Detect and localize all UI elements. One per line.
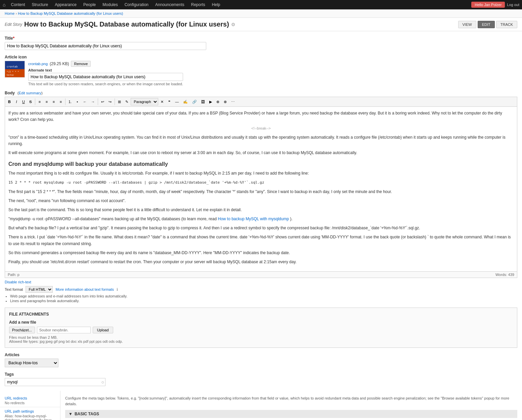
toolbar-strikethrough[interactable]: S <box>27 98 34 105</box>
toolbar-outdent[interactable]: ← <box>81 98 89 105</box>
body-para-9: But what's the backup file? I put a vert… <box>8 225 514 231</box>
body-para-10: There is a trick. I put `date '+%m-%d-%Y… <box>8 234 514 247</box>
toolbar-more[interactable]: ⋯ <box>229 98 237 105</box>
nav-announcements[interactable]: Announcements <box>152 0 188 9</box>
toolbar-align-left[interactable]: ≡ <box>36 98 43 105</box>
nav-configuration[interactable]: Configuration <box>121 0 152 9</box>
edit-button[interactable]: EDIT <box>478 21 495 28</box>
tags-clear-button[interactable]: ○ <box>101 379 104 385</box>
toolbar-italic[interactable]: I <box>13 98 20 105</box>
toolbar-media[interactable]: ▶ <box>207 98 214 105</box>
content-top: Title* Article icon crontab */2 * * * ba… <box>0 31 522 386</box>
lower-sidebar: URL redirects No redirects URL path sett… <box>0 391 60 420</box>
toolbar-underline[interactable]: U <box>20 98 27 105</box>
toolbar-ul[interactable]: • <box>74 98 81 105</box>
track-button[interactable]: TRACK <box>496 21 517 28</box>
toolbar-source[interactable]: ✍ <box>181 98 190 105</box>
meta-tags-section: Configure the meta tags below. Tokens, e… <box>65 395 517 420</box>
meta-intro: Configure the meta tags below. Tokens, e… <box>65 395 517 407</box>
icon-file-row: crontab.png (29.25 KB) Remove <box>28 61 183 67</box>
icon-filename[interactable]: crontab.png <box>28 62 48 66</box>
toolbar-bold[interactable]: B <box>6 98 13 105</box>
tags-input-wrap: ○ <box>5 378 105 386</box>
nav-reports[interactable]: Reports <box>188 0 209 9</box>
svg-text:*/2 * * *: */2 * * * <box>7 71 19 73</box>
article-icon-field: Article icon crontab */2 * * * backup cr… <box>5 55 517 86</box>
alt-text-hint: This text will be used by screen readers… <box>28 82 183 86</box>
toolbar-sep-4 <box>115 98 115 105</box>
toolbar-remove[interactable]: ⊗ <box>222 98 229 105</box>
toolbar-add[interactable]: ⊕ <box>214 98 221 105</box>
toolbar-image[interactable]: 🖼 <box>199 98 207 105</box>
tags-input[interactable] <box>5 378 105 386</box>
nav-modules[interactable]: Modules <box>99 0 121 9</box>
breadcrumb-home[interactable]: Home <box>5 11 14 15</box>
nav-content[interactable]: Content <box>7 0 28 9</box>
basic-tags-toggle[interactable]: ▼ BASIC TAGS <box>65 410 517 418</box>
url-redirects-link[interactable]: URL redirects <box>5 396 55 400</box>
disable-rich-text-link[interactable]: Disable rich-text <box>5 280 517 284</box>
editor-content[interactable]: If you are a serious webmaster and have … <box>5 106 517 272</box>
toolbar-link[interactable]: 🔗 <box>190 98 199 105</box>
article-icon-label: Article icon <box>5 55 517 59</box>
tags-section: Tags ○ <box>5 372 517 386</box>
home-icon[interactable]: ⌂ <box>3 2 5 7</box>
alt-text-label: Alternate text <box>28 68 183 72</box>
toolbar-hr[interactable]: — <box>173 98 181 105</box>
more-info-link[interactable]: More information about text formats <box>55 287 114 291</box>
remove-icon-button[interactable]: Remove <box>71 61 91 67</box>
add-file-label: Add a new file <box>9 320 513 325</box>
breadcrumb-current[interactable]: How to Backup MySQL Database automatical… <box>18 11 123 15</box>
body-heading: Cron and mysqldump will backup your data… <box>8 160 514 169</box>
user-greeting[interactable]: Hello Jan Polzer <box>471 2 505 8</box>
nav-help[interactable]: Help <box>209 0 224 9</box>
title-label: Title* <box>5 36 517 41</box>
lower-right: Configure the meta tags below. Tokens, e… <box>60 391 522 420</box>
body-para-4: The most important thing is to edit its … <box>8 170 514 177</box>
alt-text-input[interactable] <box>28 73 183 81</box>
toolbar-ol[interactable]: 1. <box>67 98 74 105</box>
body-para-7: So the last part is the command. This is… <box>8 207 514 213</box>
toolbar-table[interactable]: ⊞ <box>116 98 123 105</box>
toolbar-edit[interactable]: ✎ <box>123 98 130 105</box>
mysqldump-link[interactable]: How to backup MySQL with mysqldump <box>218 217 289 221</box>
toolbar-align-justify[interactable]: ≡ <box>57 98 64 105</box>
header-buttons: VIEW EDIT TRACK <box>458 21 517 28</box>
nav-appearance[interactable]: Appearance <box>51 0 80 9</box>
gear-icon[interactable]: ⚙ <box>231 22 235 27</box>
editor-word-count: Words: 439 <box>495 273 514 277</box>
articles-select[interactable]: Backup How-tos <box>5 359 58 367</box>
edit-summary-link[interactable]: Edit summary <box>19 91 41 95</box>
editor-footer: Path: p Words: 439 <box>5 272 517 278</box>
body-break-tag: <!--break--> <box>8 126 514 132</box>
title-input[interactable] <box>5 42 206 50</box>
toolbar-format-select[interactable]: Paragraph <box>131 98 158 105</box>
toolbar-remove-format[interactable]: ✕ <box>159 98 166 105</box>
toolbar-align-right[interactable]: ≡ <box>50 98 57 105</box>
editor-toolbar: B I U S ≡ ≡ ≡ ≡ 1. • ← → ↩ ↪ ⊞ ✎ Paragra… <box>5 97 517 106</box>
browse-button[interactable]: Procházet... <box>9 327 35 333</box>
format-hints: Web page addresses and e-mail addresses … <box>5 294 517 303</box>
toolbar-sep-3 <box>98 98 98 105</box>
articles-label: Articles <box>5 353 517 357</box>
nav-people[interactable]: People <box>80 0 99 9</box>
title-field: Title* <box>5 36 517 50</box>
svg-text:backup: backup <box>7 74 14 76</box>
text-format-select[interactable]: Full HTML <box>26 286 53 293</box>
file-type-hint: Allowed file types: jpg jpeg gif png txt… <box>9 339 513 343</box>
body-para-3: It will execute some programs at some gi… <box>8 150 514 156</box>
toolbar-undo[interactable]: ↩ <box>99 98 106 105</box>
nav-structure[interactable]: Structure <box>29 0 52 9</box>
toolbar-align-center[interactable]: ≡ <box>43 98 50 105</box>
logout-link[interactable]: Log out <box>507 3 519 7</box>
toolbar-blockquote[interactable]: ❝ <box>166 98 173 105</box>
toolbar-sep-2 <box>65 98 66 105</box>
required-marker: * <box>13 36 14 41</box>
icon-info: crontab.png (29.25 KB) Remove Alternate … <box>28 61 183 86</box>
url-path-link[interactable]: URL path settings <box>5 409 55 413</box>
article-icon-thumb: crontab */2 * * * backup <box>5 61 25 78</box>
toolbar-indent[interactable]: → <box>89 98 97 105</box>
view-button[interactable]: VIEW <box>458 21 476 28</box>
upload-button[interactable]: Upload <box>93 327 113 333</box>
toolbar-redo[interactable]: ↪ <box>106 98 114 105</box>
